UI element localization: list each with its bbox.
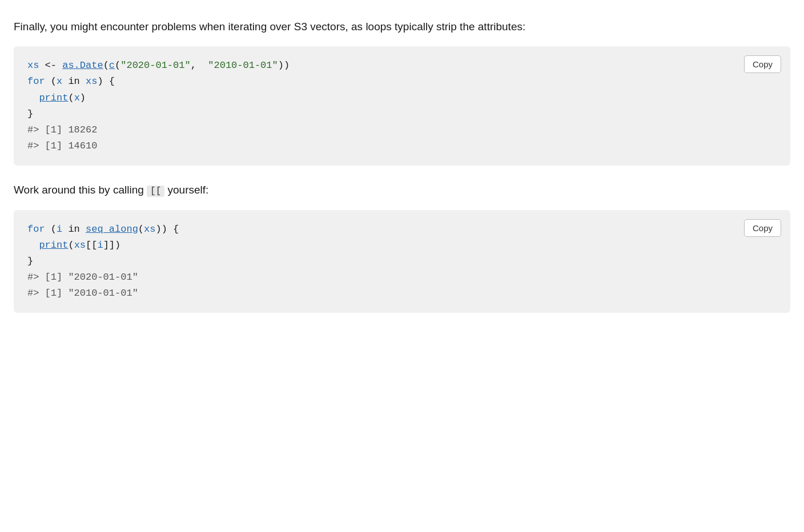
copy-button-2[interactable]: Copy: [744, 219, 781, 237]
code-token: i: [57, 224, 62, 235]
code-token: xs: [86, 76, 97, 87]
middle-paragraph: Work around this by calling [[ yourself:: [14, 182, 790, 199]
code-token: i: [97, 240, 103, 251]
code-token: ,: [191, 60, 208, 71]
middle-text-before: Work around this by calling: [14, 184, 147, 196]
code-token: (: [138, 224, 144, 235]
code-token: (: [45, 224, 57, 235]
code-token: for: [27, 76, 45, 87]
code-token: xs: [74, 240, 86, 251]
code-output: #> [1] 18262 #> [1] 14610: [27, 124, 97, 151]
inline-code-bracket: [[: [147, 186, 164, 197]
code-token: )): [278, 60, 290, 71]
code-token: (: [103, 60, 109, 71]
code-token: x: [57, 76, 62, 87]
code-token: x: [74, 92, 80, 103]
code-token: seq_along: [86, 224, 138, 235]
code-content-2: for (i in seq_along(xs)) { print(xs[[i]]…: [27, 221, 777, 301]
code-token: c: [109, 60, 115, 71]
code-token: "2020-01-01": [120, 60, 190, 71]
code-token: "2010-01-01": [208, 60, 278, 71]
code-output: #> [1] "2020-01-01" #> [1] "2010-01-01": [27, 272, 138, 299]
code-block-2: Copy for (i in seq_along(xs)) { print(xs…: [14, 210, 790, 313]
middle-text-after: yourself:: [164, 184, 208, 196]
code-token: (: [68, 240, 74, 251]
code-token: for: [27, 224, 45, 235]
code-token: print: [39, 92, 68, 103]
copy-button-1[interactable]: Copy: [744, 55, 781, 73]
code-token: <-: [39, 60, 62, 71]
code-token: [[: [86, 240, 97, 251]
code-content-1: xs <- as.Date(c("2020-01-01", "2010-01-0…: [27, 58, 777, 154]
code-token: print: [39, 240, 68, 251]
code-token: (: [68, 92, 74, 103]
code-token: (: [45, 76, 57, 87]
code-token: in: [62, 76, 86, 87]
intro-paragraph: Finally, you might encounter problems wh…: [14, 18, 790, 35]
code-block-1: Copy xs <- as.Date(c("2020-01-01", "2010…: [14, 46, 790, 165]
code-token: xs: [144, 224, 155, 235]
code-token: in: [62, 224, 86, 235]
code-token: as.Date: [62, 60, 103, 71]
code-token: xs: [27, 60, 39, 71]
code-token: (: [115, 60, 120, 71]
